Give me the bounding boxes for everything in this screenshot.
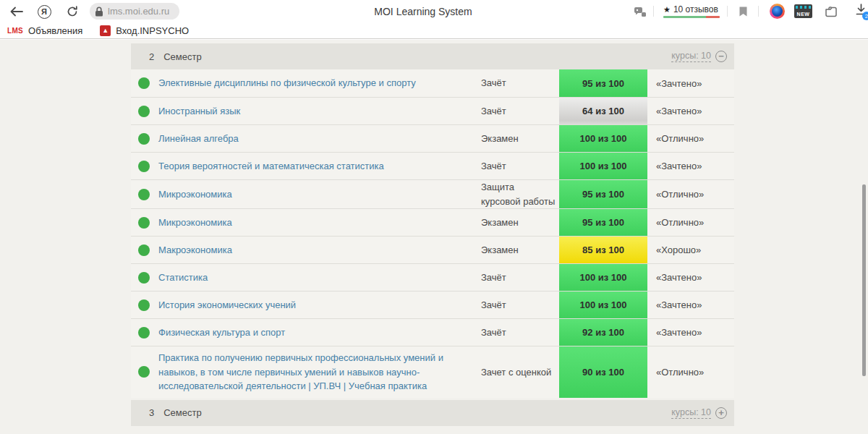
- score-cell: 100 из 100: [559, 125, 647, 152]
- bookmark-flag-icon: [739, 6, 748, 17]
- course-row: Статистика Зачёт 100 из 100 «Зачтено»: [131, 263, 734, 291]
- status-dot-icon: [138, 189, 150, 200]
- downloads-badge: 2: [862, 12, 868, 20]
- course-status-cell: [131, 272, 158, 284]
- assessment-type: Зачёт: [481, 298, 559, 312]
- course-row: История экономических учений Зачёт 100 и…: [131, 291, 734, 318]
- course-row: Физическая культура и спорт Зачёт 92 из …: [131, 318, 734, 346]
- semester-number: 3: [149, 407, 154, 418]
- refresh-button[interactable]: [64, 4, 80, 20]
- score-cell: 95 из 100: [559, 180, 647, 208]
- bookmark-item-inpsycho[interactable]: ▲ Вход.INPSYCHO: [90, 25, 189, 36]
- course-title-link[interactable]: Макроэкономика: [158, 239, 481, 262]
- course-title-link[interactable]: Теория вероятностей и математическая ста…: [158, 155, 481, 178]
- course-title-link[interactable]: Иностранный язык: [158, 100, 481, 123]
- semester-title: Семестр: [163, 407, 201, 418]
- collapse-section-icon[interactable]: −: [715, 51, 727, 62]
- star-icon: ★: [663, 5, 671, 14]
- lms-page: 2 Семестр курсы: 10 − Элективные дисципл…: [0, 40, 868, 434]
- course-status-cell: [131, 327, 158, 339]
- score-cell: 95 из 100: [559, 69, 647, 97]
- status-dot-icon: [138, 366, 150, 378]
- downloads-button[interactable]: 2: [856, 4, 868, 21]
- yandex-home-button[interactable]: Я: [36, 4, 52, 20]
- courses-count-link[interactable]: курсы: 10: [671, 407, 711, 419]
- course-status-cell: [131, 217, 158, 229]
- toolbar-divider: [727, 6, 728, 17]
- course-title-link[interactable]: Микроэкономика: [158, 211, 481, 234]
- assessment-type: Экзамен: [481, 216, 559, 230]
- bookmarks-bar: LMS Объявления ▲ Вход.INPSYCHO: [0, 22, 868, 39]
- grade-text: «Зачтено»: [647, 299, 734, 310]
- toolbar-divider: [653, 6, 654, 17]
- assessment-type: Зачёт: [481, 76, 559, 90]
- assessment-type: Экзамен: [481, 243, 559, 258]
- course-title-link[interactable]: Элективные дисциплины по физической куль…: [158, 72, 481, 95]
- password-manager-button[interactable]: [632, 4, 648, 20]
- status-dot-icon: [138, 299, 150, 311]
- status-dot-icon: [138, 217, 150, 229]
- assessment-type: Зачёт: [481, 271, 559, 285]
- grade-text: «Отлично»: [647, 189, 734, 200]
- course-title-link[interactable]: История экономических учений: [158, 294, 481, 317]
- status-dot-icon: [138, 272, 150, 284]
- course-title-link[interactable]: Линейная алгебра: [158, 127, 481, 150]
- course-row: Микроэкономика Защита курсовой работы 95…: [131, 179, 734, 208]
- semester-title: Семестр: [163, 51, 201, 62]
- status-dot-icon: [138, 106, 150, 117]
- course-status-cell: [131, 133, 158, 145]
- course-row: Теория вероятностей и математическая ста…: [131, 152, 734, 179]
- rating-bar: [663, 16, 720, 18]
- semester-header-3: 3 Семестр курсы: 10 +: [131, 400, 734, 426]
- course-row: Линейная алгебра Экзамен 100 из 100 «Отл…: [131, 124, 734, 152]
- status-dot-icon: [138, 327, 150, 339]
- bookmark-item-announcements[interactable]: LMS Объявления: [7, 25, 82, 36]
- course-status-cell: [131, 161, 158, 172]
- course-title-link[interactable]: Микроэкономика: [158, 183, 481, 206]
- course-status-cell: [131, 244, 158, 256]
- lock-icon: [95, 7, 103, 17]
- extension-tag-button[interactable]: [823, 4, 839, 20]
- address-bar[interactable]: lms.moi.edu.ru: [90, 3, 179, 20]
- reviews-label: 10 отзывов: [673, 4, 718, 14]
- course-title-link[interactable]: Статистика: [158, 266, 481, 289]
- course-title-link[interactable]: Практика по получению первичных професси…: [158, 346, 481, 398]
- course-table-body: Элективные дисциплины по физической куль…: [131, 69, 734, 398]
- course-title-link[interactable]: Физическая культура и спорт: [158, 321, 481, 344]
- score-cell: 64 из 100: [559, 98, 647, 124]
- back-button[interactable]: [9, 4, 25, 20]
- bookmark-button[interactable]: [735, 4, 751, 20]
- bookmark-label: Вход.INPSYCHO: [116, 25, 189, 36]
- assessment-type: Зачёт: [481, 326, 559, 340]
- score-cell: 100 из 100: [559, 292, 647, 318]
- grade-text: «Зачтено»: [647, 161, 734, 171]
- site-reviews-widget[interactable]: ★ 10 отзывов: [663, 4, 720, 18]
- expand-section-icon[interactable]: +: [715, 407, 727, 419]
- grade-text: «Зачтено»: [647, 78, 734, 89]
- new-label: NEW: [797, 12, 810, 17]
- grade-text: «Отлично»: [647, 367, 734, 378]
- course-status-cell: [131, 189, 158, 200]
- grade-text: «Отлично»: [647, 217, 734, 228]
- course-row: Иностранный язык Зачёт 64 из 100 «Зачтен…: [131, 97, 734, 124]
- courses-count-link[interactable]: курсы: 10: [671, 51, 711, 62]
- grade-text: «Зачтено»: [647, 272, 734, 283]
- assessment-type: Зачёт: [481, 104, 559, 119]
- assessment-type: Зачет с оценкой: [481, 365, 559, 380]
- status-dot-icon: [138, 244, 150, 256]
- assessment-type: Защита курсовой работы: [481, 180, 559, 208]
- lms-favicon: LMS: [7, 27, 23, 35]
- grades-panel: 2 Семестр курсы: 10 − Элективные дисципл…: [131, 43, 734, 426]
- extension-browser-icon[interactable]: [770, 4, 785, 19]
- score-cell: 85 из 100: [559, 237, 647, 263]
- key-icon: [634, 7, 647, 17]
- browser-toolbar: Я lms.moi.edu.ru MOI Learning System ★ 1…: [0, 0, 868, 22]
- page-title: MOI Learning System: [374, 6, 472, 17]
- course-row: Элективные дисциплины по физической куль…: [131, 69, 734, 97]
- status-dot-icon: [138, 77, 150, 89]
- assessment-type: Экзамен: [481, 132, 559, 146]
- extension-new-movies-icon[interactable]: NEW: [794, 4, 812, 18]
- scrollbar-thumb[interactable]: [862, 184, 866, 376]
- tag-icon: [825, 6, 838, 18]
- score-cell: 90 из 100: [559, 346, 647, 398]
